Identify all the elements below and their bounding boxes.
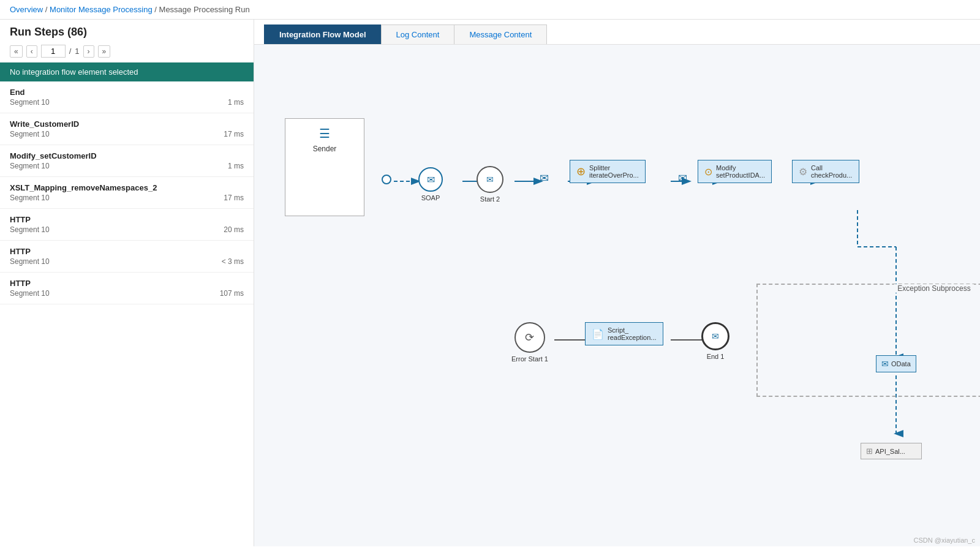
list-item[interactable]: End Segment 10 1 ms <box>0 81 254 113</box>
script-rect: 📄 Script_readException... <box>585 322 663 345</box>
flow-canvas: ☰ Sender ✉ SOAP ✉ Start 2 <box>254 45 980 546</box>
page-separator: / <box>69 47 72 56</box>
step-name: HTTP <box>10 279 244 288</box>
last-page-button[interactable]: » <box>98 45 111 58</box>
start2-circle: ✉ <box>477 166 503 193</box>
exception-subprocess-box: Exception Subprocess <box>756 284 980 397</box>
step-segment: Segment 10 <box>10 162 50 170</box>
step-segment: Segment 10 <box>10 98 50 107</box>
soap-icon-circle: ✉ <box>418 167 443 192</box>
list-item[interactable]: HTTP Segment 10 < 3 ms <box>0 241 254 273</box>
step-name: Write_CustomerID <box>10 119 244 129</box>
tab-bar: Integration Flow Model Log Content Messa… <box>254 20 980 45</box>
step-segment: Segment 10 <box>10 225 50 234</box>
tab-log-content[interactable]: Log Content <box>381 24 455 44</box>
step-name: HTTP <box>10 215 244 224</box>
script-text: Script_readException... <box>608 326 657 341</box>
watermark: CSDN @xiayutian_c <box>914 537 975 544</box>
start2-envelope-icon: ✉ <box>486 175 494 184</box>
start-dot <box>382 175 391 184</box>
splitter-rect: ⊕ SplitteriterateOverPro... <box>570 160 646 183</box>
tab-integration-flow[interactable]: Integration Flow Model <box>264 24 382 44</box>
flow-node-modify[interactable]: ⊙ ModifysetProductIDA... <box>698 160 772 183</box>
list-item[interactable]: Write_CustomerID Segment 10 17 ms <box>0 113 254 145</box>
api-sal-icon: ⊞ <box>866 446 873 456</box>
api-sal-rect: ⊞ API_Sal... <box>861 443 922 459</box>
soap-envelope-icon: ✉ <box>427 174 435 186</box>
page-input[interactable] <box>41 45 66 58</box>
step-name: XSLT_Mapping_removeNamespaces_2 <box>10 183 244 192</box>
flow-node-end1[interactable]: ✉ End 1 <box>701 322 729 360</box>
step-segment: Segment 10 <box>10 130 50 138</box>
top-bar: Overview / Monitor Message Processing / … <box>0 0 980 20</box>
step-duration: < 3 ms <box>222 257 244 266</box>
step-segment: Segment 10 <box>10 257 50 266</box>
flow-node-script[interactable]: 📄 Script_readException... <box>585 322 663 345</box>
call-rect: ⚙ CallcheckProdu... <box>792 160 859 183</box>
prev-page-button[interactable]: ‹ <box>26 45 37 58</box>
run-steps-title: Run Steps (86) <box>0 20 254 42</box>
list-item[interactable]: XSLT_Mapping_removeNamespaces_2 Segment … <box>0 177 254 209</box>
flow-node-call[interactable]: ⚙ CallcheckProdu... <box>792 160 859 183</box>
call-text: CallcheckProdu... <box>811 164 852 179</box>
flow-node-soap[interactable]: ✉ SOAP <box>418 167 443 202</box>
msg2-envelope-icon: ✉ <box>678 171 687 185</box>
page-total: 1 <box>75 47 79 56</box>
error-start-label: Error Start 1 <box>511 355 548 363</box>
list-item[interactable]: Modify_setCustomerID Segment 10 1 ms <box>0 145 254 177</box>
soap-label: SOAP <box>421 194 440 202</box>
tab-message-content[interactable]: Message Content <box>454 24 547 44</box>
flow-node-api-sal[interactable]: ⊞ API_Sal... <box>861 443 922 459</box>
splitter-icon: ⊕ <box>576 165 586 178</box>
step-duration: 17 ms <box>224 130 244 138</box>
modify-text: ModifysetProductIDA... <box>716 164 765 179</box>
step-duration: 17 ms <box>224 194 244 202</box>
right-panel: Integration Flow Model Log Content Messa… <box>254 20 980 546</box>
first-page-button[interactable]: « <box>10 45 23 58</box>
breadcrumb-overview[interactable]: Overview <box>10 5 43 14</box>
step-duration: 107 ms <box>220 289 244 298</box>
step-name: End <box>10 88 244 97</box>
msg1-envelope-icon: ✉ <box>540 171 549 185</box>
exception-subprocess-label: Exception Subprocess <box>894 284 974 293</box>
flow-node-msg2: ✉ <box>678 171 687 185</box>
left-panel: Run Steps (86) « ‹ / 1 › » No integratio… <box>0 20 254 546</box>
steps-list: End Segment 10 1 ms Write_CustomerID Seg… <box>0 81 254 546</box>
main-layout: Run Steps (86) « ‹ / 1 › » No integratio… <box>0 20 980 546</box>
list-item[interactable]: HTTP Segment 10 107 ms <box>0 273 254 304</box>
call-gear-icon: ⚙ <box>799 166 807 178</box>
step-name: Modify_setCustomerID <box>10 151 244 160</box>
pagination-bar: « ‹ / 1 › » <box>0 42 254 62</box>
breadcrumb-current: Message Processing Run <box>159 5 250 14</box>
step-segment: Segment 10 <box>10 194 50 202</box>
step-duration: 1 ms <box>228 162 244 170</box>
selected-banner: No integration flow element selected <box>0 62 254 81</box>
end1-label: End 1 <box>707 353 725 360</box>
sender-label: Sender <box>313 145 337 153</box>
modify-rect: ⊙ ModifysetProductIDA... <box>698 160 772 183</box>
flow-node-start-circle <box>382 175 391 184</box>
error-start-icon: ⟳ <box>525 331 534 344</box>
step-duration: 20 ms <box>224 225 244 234</box>
next-page-button[interactable]: › <box>83 45 94 58</box>
error-start-circle: ⟳ <box>514 322 545 353</box>
end1-envelope-icon: ✉ <box>712 331 719 341</box>
flow-node-msg1: ✉ <box>540 171 549 185</box>
modify-icon: ⊙ <box>704 166 712 178</box>
list-item[interactable]: HTTP Segment 10 20 ms <box>0 209 254 241</box>
start2-label: Start 2 <box>480 195 500 203</box>
flow-node-splitter[interactable]: ⊕ SplitteriterateOverPro... <box>570 160 646 183</box>
step-duration: 1 ms <box>228 98 244 107</box>
step-name: HTTP <box>10 247 244 256</box>
end1-circle: ✉ <box>701 322 729 350</box>
splitter-text: SplitteriterateOverPro... <box>589 164 639 179</box>
step-segment: Segment 10 <box>10 289 50 298</box>
sender-box: ☰ Sender <box>285 118 364 216</box>
script-icon: 📄 <box>592 328 604 340</box>
breadcrumb-monitor[interactable]: Monitor Message Processing <box>50 5 153 14</box>
api-sal-text: API_Sal... <box>875 448 905 455</box>
breadcrumb: Overview / Monitor Message Processing / … <box>10 5 970 14</box>
flow-node-error-start[interactable]: ⟳ Error Start 1 <box>511 322 548 363</box>
flow-node-start2[interactable]: ✉ Start 2 <box>477 166 503 203</box>
